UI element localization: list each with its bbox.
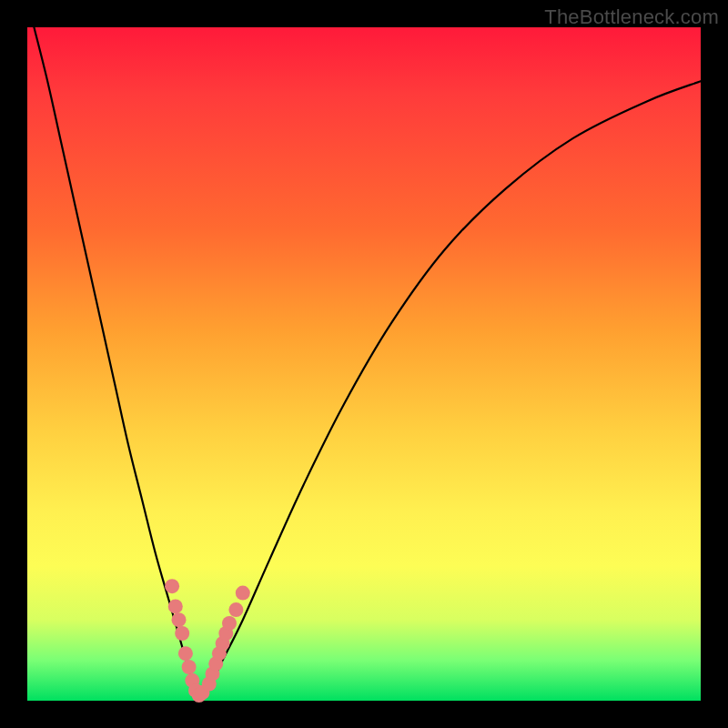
highlight-marker (172, 612, 187, 627)
highlight-marker (178, 646, 193, 661)
chart-frame: TheBottleneck.com (0, 0, 728, 728)
bottleneck-curve-svg (27, 27, 701, 701)
highlight-marker (168, 599, 183, 613)
bottleneck-curve (34, 27, 701, 698)
highlight-marker (236, 586, 250, 601)
plot-area (27, 27, 701, 701)
highlight-marker (175, 626, 189, 641)
highlight-markers (165, 579, 250, 703)
highlight-marker (222, 616, 237, 631)
highlight-marker (165, 579, 179, 593)
watermark-text: TheBottleneck.com (544, 5, 719, 29)
highlight-marker (182, 660, 197, 674)
highlight-marker (228, 602, 243, 617)
